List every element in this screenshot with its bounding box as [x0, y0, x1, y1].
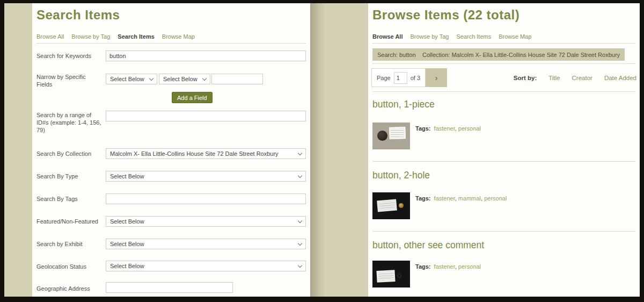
type-select-value: Select Below: [110, 173, 144, 179]
id-range-input[interactable]: [106, 111, 306, 121]
nav-browse-all[interactable]: Browse All: [36, 33, 64, 40]
chevron-down-icon: [298, 150, 302, 155]
item-tags: Tags: fastener, mammal, personal: [415, 195, 507, 202]
featured-select[interactable]: Select Below: [106, 216, 306, 227]
nav-search-items[interactable]: Search Items: [118, 33, 154, 40]
collection-label: Search By Collection: [36, 150, 103, 157]
tag-link[interactable]: personal: [484, 195, 507, 202]
keywords-label: Search for Keywords: [36, 52, 103, 60]
chevron-down-icon: [298, 173, 302, 177]
divider: [372, 43, 635, 44]
tag-link[interactable]: fastener: [434, 125, 455, 132]
button-artifact: [399, 203, 404, 208]
chevron-down-icon: [298, 263, 302, 267]
item-title-link[interactable]: button, 2-hole: [372, 170, 430, 181]
featured-label: Featured/Non-Featured: [36, 218, 103, 225]
button-artifact: [397, 274, 401, 278]
chevron-down-icon: [149, 76, 153, 80]
tags-heading: Tags:: [415, 125, 431, 132]
chevron-down-icon: [298, 241, 302, 245]
id-range-label: Search by a range of ID#s (example: 1-4,…: [36, 111, 103, 134]
sort-creator-link[interactable]: Creator: [572, 75, 592, 81]
narrow-field-select-value: Select Below: [110, 76, 144, 82]
exhibit-select-value: Select Below: [110, 241, 144, 247]
nav-browse-map[interactable]: Browse Map: [162, 33, 195, 40]
tag-link[interactable]: personal: [458, 125, 481, 132]
pagination: Page of 3 ›: [371, 68, 447, 87]
page-number-input[interactable]: [394, 72, 407, 84]
item-tags: Tags: fastener, personal: [415, 263, 481, 270]
tag-link[interactable]: fastener: [434, 195, 455, 202]
type-label: Search By Type: [36, 172, 103, 180]
page-spine-shadow: [310, 3, 325, 297]
address-input[interactable]: [106, 282, 233, 293]
sort-date-added-link[interactable]: Date Added: [604, 75, 636, 81]
nav-browse-by-tag[interactable]: Browse by Tag: [410, 33, 449, 40]
tag-link[interactable]: fastener: [434, 263, 455, 270]
divider: [372, 91, 635, 92]
browser-viewport: Search Items Browse All Browse by Tag Se…: [0, 0, 644, 302]
sort-by-label: Sort by:: [514, 75, 537, 81]
button-artifact: [377, 131, 387, 141]
browse-items-page: Browse Items (22 total) Browse All Brows…: [368, 3, 640, 297]
chevron-down-icon: [298, 218, 302, 222]
narrow-fields-label: Narrow by Specific Fields: [36, 73, 103, 88]
type-select[interactable]: Select Below: [106, 171, 306, 182]
collection-select[interactable]: Malcolm X- Ella Little-Collins House Sit…: [106, 148, 306, 159]
item-thumbnail[interactable]: [372, 192, 410, 219]
address-label: Geographic Address: [36, 285, 103, 292]
divider: [372, 231, 635, 232]
item-tags: Tags: fastener, personal: [415, 125, 481, 132]
items-nav: Browse All Browse by Tag Search Items Br…: [372, 33, 531, 40]
divider: [372, 63, 635, 64]
tags-heading: Tags:: [415, 195, 431, 202]
item-title-link[interactable]: button, 1-piece: [372, 99, 435, 110]
geolocation-select-value: Select Below: [110, 263, 144, 269]
tags-input[interactable]: [106, 193, 306, 204]
item-thumbnail[interactable]: [372, 123, 410, 149]
tags-label: Search By Tags: [36, 195, 103, 203]
chevron-right-icon: ›: [435, 73, 438, 82]
nav-browse-all[interactable]: Browse All: [372, 33, 402, 40]
tags-heading: Tags:: [415, 263, 431, 270]
page-of-label: of 3: [411, 75, 420, 81]
label-card: [377, 199, 397, 212]
nav-browse-map[interactable]: Browse Map: [499, 33, 531, 40]
page-label: Page: [377, 75, 391, 81]
divider: [36, 43, 306, 44]
label-card: [389, 126, 406, 139]
keywords-input[interactable]: [106, 51, 306, 61]
page-background: Search Items Browse All Browse by Tag Se…: [4, 3, 640, 297]
exhibit-label: Search by Exhibit: [36, 240, 103, 248]
chevron-down-icon: [202, 76, 207, 80]
collection-select-value: Malcolm X- Ella Little-Collins House Sit…: [110, 150, 279, 157]
item-title-link[interactable]: button, other see comment: [372, 240, 484, 251]
item-thumbnail[interactable]: [372, 261, 410, 287]
divider: [372, 161, 635, 162]
sort-title-link[interactable]: Title: [548, 75, 560, 81]
filter-chip-search: Search: button: [372, 48, 421, 61]
filter-chip-collection: Collection: Malcolm X- Ella Little-Colli…: [418, 48, 625, 61]
pagination-box: Page of 3: [371, 68, 426, 87]
tag-link[interactable]: personal: [458, 263, 481, 270]
search-items-page: Search Items Browse All Browse by Tag Se…: [32, 3, 310, 297]
tag-link[interactable]: mammal: [458, 195, 481, 202]
page-title: Browse Items (22 total): [372, 8, 519, 23]
add-field-button[interactable]: Add a Field: [172, 92, 213, 103]
sort-bar: Sort by: Title Creator Date Added: [514, 68, 636, 87]
narrow-value-input[interactable]: [211, 74, 263, 84]
geolocation-label: Geolocation Status: [36, 263, 103, 270]
nav-search-items[interactable]: Search Items: [456, 33, 491, 40]
exhibit-select[interactable]: Select Below: [106, 239, 306, 249]
narrow-condition-select-value: Select Below: [163, 76, 197, 82]
narrow-field-select[interactable]: Select Below: [106, 74, 157, 84]
page-title: Search Items: [36, 8, 120, 23]
next-page-button[interactable]: ›: [426, 68, 447, 87]
label-card: [376, 270, 395, 283]
geolocation-select[interactable]: Select Below: [106, 261, 306, 271]
items-nav: Browse All Browse by Tag Search Items Br…: [36, 33, 195, 40]
nav-browse-by-tag[interactable]: Browse by Tag: [71, 33, 110, 40]
featured-select-value: Select Below: [110, 218, 144, 225]
narrow-condition-select[interactable]: Select Below: [159, 74, 210, 84]
